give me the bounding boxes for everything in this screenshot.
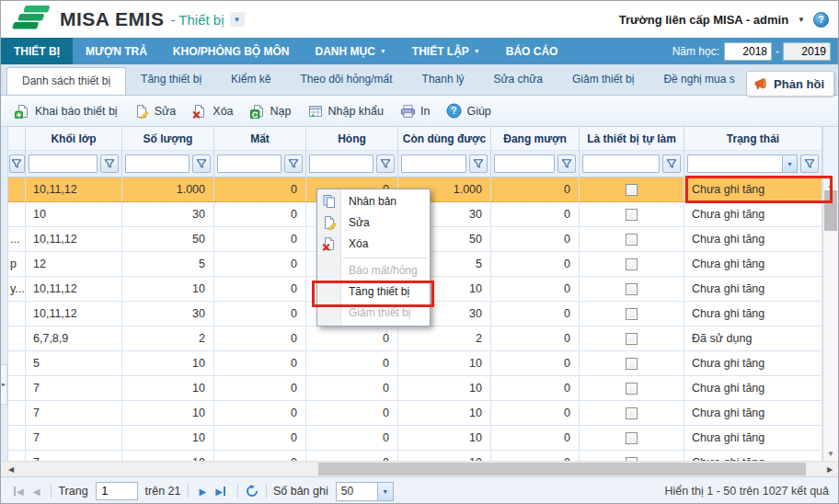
menu-danh-muc[interactable]: DANH MỤC▼ bbox=[303, 38, 399, 64]
col-header-khoi-lop[interactable]: Khối lớp bbox=[26, 127, 122, 151]
tu-lam-checkbox[interactable] bbox=[626, 283, 638, 295]
cell-dang-muon: 0 bbox=[491, 202, 580, 227]
sua-button[interactable]: Sửa bbox=[126, 99, 185, 123]
page-number-input[interactable] bbox=[96, 482, 138, 500]
table-row[interactable]: 71000100Chưa ghi tăng bbox=[8, 426, 822, 451]
tab-giam-thiet-bi[interactable]: Giảm thiết bị bbox=[557, 64, 649, 95]
tab-tang-thiet-bi[interactable]: Tăng thiết bị bbox=[126, 64, 216, 95]
tu-lam-checkbox[interactable] bbox=[626, 383, 638, 395]
vertical-scrollbar[interactable]: ▲ ▼ bbox=[822, 127, 838, 461]
menu-kho-phong-bo-mon[interactable]: KHO/PHÒNG BỘ MÔN bbox=[160, 38, 303, 64]
filter-funnel-icon[interactable] bbox=[557, 155, 576, 173]
left-splitter[interactable]: ► bbox=[1, 127, 8, 461]
prev-page-button[interactable]: ◀ bbox=[29, 487, 45, 497]
menu-thiet-lap[interactable]: THIẾT LẬP▼ bbox=[399, 38, 493, 64]
context-xoa[interactable]: Xóa bbox=[317, 234, 430, 255]
splitter-expand-button[interactable]: ► bbox=[1, 364, 7, 405]
scroll-right-icon[interactable]: ▶ bbox=[822, 462, 838, 476]
table-row[interactable]: 71000100Chưa ghi tăng bbox=[8, 401, 822, 426]
tu-lam-checkbox[interactable] bbox=[626, 209, 638, 221]
col-header-so-luong[interactable]: Số lượng bbox=[122, 127, 214, 151]
table-row[interactable]: 71000100Chưa ghi tăng bbox=[8, 451, 822, 461]
tab-theo-doi-hong-mat[interactable]: Theo dõi hỏng/mất bbox=[285, 64, 407, 95]
tab-de-nghi-mua-sam[interactable]: Đề nghị mua s bbox=[649, 64, 749, 95]
tu-lam-checkbox[interactable] bbox=[626, 407, 638, 419]
filter-funnel-icon[interactable] bbox=[192, 155, 211, 173]
filter-funnel-icon[interactable] bbox=[9, 155, 25, 173]
last-page-button[interactable]: ▶ bbox=[211, 487, 231, 497]
col-header-dang-muon[interactable]: Đang mượn bbox=[491, 127, 580, 151]
tu-lam-checkbox[interactable] bbox=[626, 258, 638, 270]
giup-button[interactable]: ? Giúp bbox=[438, 99, 499, 123]
filter-input-tu-lam[interactable] bbox=[582, 155, 660, 173]
menu-thiet-bi[interactable]: THIẾT BỊ bbox=[1, 38, 73, 64]
next-page-button[interactable]: ▶ bbox=[195, 487, 212, 497]
tu-lam-checkbox[interactable] bbox=[626, 234, 638, 246]
cell-trang-thai: Chưa ghi tăng bbox=[684, 351, 822, 376]
tu-lam-checkbox[interactable] bbox=[626, 358, 638, 370]
in-button[interactable]: In bbox=[392, 99, 438, 123]
filter-input-dang-muon[interactable] bbox=[494, 155, 555, 173]
first-page-button[interactable]: ◀ bbox=[8, 487, 29, 497]
table-row[interactable]: 51000100Chưa ghi tăng bbox=[8, 351, 822, 376]
filter-funnel-icon[interactable] bbox=[469, 155, 488, 173]
col-header-mat[interactable]: Mất bbox=[214, 127, 306, 151]
filter-combo-trang-thai[interactable] bbox=[687, 155, 783, 173]
nap-button[interactable]: Nạp bbox=[242, 99, 300, 123]
filter-input-hong[interactable] bbox=[309, 155, 374, 173]
xoa-button[interactable]: Xóa bbox=[184, 99, 241, 123]
nhap-khau-button[interactable]: Nhập khẩu bbox=[300, 99, 392, 123]
context-tang-thiet-bi[interactable]: Tăng thiết bị bbox=[317, 281, 430, 303]
filter-input-con-dung-duoc[interactable] bbox=[401, 155, 466, 173]
tab-kiem-ke[interactable]: Kiểm kê bbox=[216, 64, 285, 95]
tab-thanh-ly[interactable]: Thanh lý bbox=[408, 64, 479, 95]
refresh-grid-button[interactable] bbox=[245, 484, 259, 498]
context-nhan-ban[interactable]: Nhân bản bbox=[317, 191, 430, 212]
tu-lam-checkbox[interactable] bbox=[626, 308, 638, 320]
main-menubar: THIẾT BỊ MƯỢN TRẢ KHO/PHÒNG BỘ MÔN DANH … bbox=[1, 38, 838, 64]
tu-lam-checkbox[interactable] bbox=[626, 432, 638, 444]
col-header-hong[interactable]: Hỏng bbox=[306, 127, 398, 151]
col-header-trang-thai[interactable]: Trạng thái bbox=[684, 127, 822, 151]
feedback-button[interactable]: Phản hồi bbox=[746, 71, 834, 97]
horizontal-scrollbar[interactable]: ◀ ▶ bbox=[1, 461, 839, 476]
tab-danh-sach-thiet-bi[interactable]: Danh sách thiết bị bbox=[6, 67, 126, 95]
table-row[interactable]: 71000100Chưa ghi tăng bbox=[8, 376, 822, 401]
chevron-down-icon[interactable]: ▼ bbox=[783, 155, 798, 173]
horizontal-scrollbar-thumb[interactable] bbox=[318, 463, 806, 475]
filter-funnel-icon[interactable] bbox=[376, 155, 395, 173]
feedback-label: Phản hồi bbox=[774, 77, 824, 91]
filter-funnel-icon[interactable] bbox=[284, 155, 303, 173]
filter-input-khoi-lop[interactable] bbox=[29, 155, 98, 173]
vertical-scrollbar-thumb[interactable] bbox=[824, 190, 837, 231]
scroll-down-icon[interactable]: ▼ bbox=[823, 446, 838, 461]
status-bar: ◀ ◀ Trang trên 21 ▶ ▶ Số bản ghi 50 ▼ Hi… bbox=[1, 476, 838, 504]
tu-lam-checkbox[interactable] bbox=[626, 333, 638, 345]
module-switcher-button[interactable]: ▼ bbox=[230, 12, 245, 27]
tab-sua-chua[interactable]: Sửa chữa bbox=[479, 64, 557, 95]
col-header-con-dung-duoc[interactable]: Còn dùng được bbox=[398, 127, 491, 151]
help-icon[interactable]: ? bbox=[813, 12, 829, 28]
scroll-left-icon[interactable]: ◀ bbox=[3, 462, 19, 476]
tu-lam-checkbox[interactable] bbox=[626, 184, 638, 196]
menu-muon-tra[interactable]: MƯỢN TRẢ bbox=[73, 38, 160, 64]
col-header-la-thiet-bi-tu-lam[interactable]: Là thiết bị tự làm bbox=[580, 127, 684, 151]
cell-trang-thai: Chưa ghi tăng bbox=[684, 277, 822, 302]
khai-bao-thiet-bi-button[interactable]: Khai báo thiết bị bbox=[6, 99, 126, 123]
col-header-remnant[interactable] bbox=[8, 127, 26, 151]
filter-funnel-icon[interactable] bbox=[100, 155, 119, 173]
menu-bao-cao[interactable]: BÁO CÁO bbox=[493, 38, 571, 64]
year-to-input[interactable] bbox=[783, 42, 831, 61]
year-from-input[interactable] bbox=[724, 42, 772, 61]
table-row[interactable]: 6,7,8,920020Đã sử dụng bbox=[8, 326, 822, 351]
filter-funnel-icon[interactable] bbox=[800, 155, 819, 173]
filter-input-so-luong[interactable] bbox=[125, 155, 190, 173]
cell-ten-thiet-bi-remnant bbox=[8, 426, 26, 451]
user-account-label[interactable]: Trường liên cấp MISA - admin bbox=[619, 13, 788, 27]
user-chevron-down-icon[interactable]: ▼ bbox=[798, 16, 805, 24]
filter-funnel-icon[interactable] bbox=[662, 155, 681, 173]
page-size-select[interactable]: 50 ▼ bbox=[336, 482, 394, 501]
filter-input-mat[interactable] bbox=[217, 155, 282, 173]
svg-text:?: ? bbox=[452, 106, 457, 116]
context-sua[interactable]: Sửa bbox=[317, 212, 430, 234]
